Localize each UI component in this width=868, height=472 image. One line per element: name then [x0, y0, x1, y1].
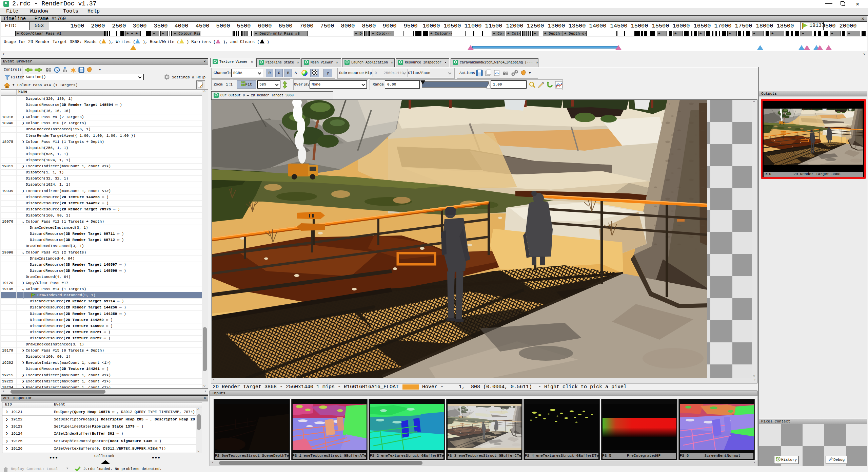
svg-text:<>: <>	[495, 72, 499, 75]
